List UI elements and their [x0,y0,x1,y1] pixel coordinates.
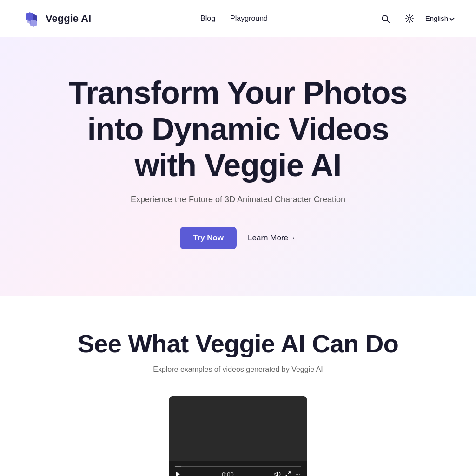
try-now-button[interactable]: Try Now [180,227,237,249]
video-time: 0:00 [187,471,269,476]
logo-icon [22,9,41,28]
svg-line-9 [406,20,407,21]
language-selector-button[interactable]: English [425,14,454,22]
svg-point-16 [298,474,298,475]
search-icon [381,14,390,23]
svg-line-10 [412,15,413,16]
demo-section: See What Veggie AI Can Do Explore exampl… [0,296,476,476]
svg-line-1 [387,20,390,22]
logo[interactable]: Veggie AI [22,9,91,28]
hero-subtitle: Experience the Future of 3D Animated Cha… [131,195,345,205]
nav-playground[interactable]: Playground [230,14,268,23]
svg-point-15 [296,474,297,475]
hero-buttons: Try Now Learn More→ [180,227,296,249]
theme-toggle-button[interactable] [401,10,418,27]
navbar-right: English [377,10,454,27]
video-progress-bar[interactable] [175,466,301,467]
svg-line-13 [288,472,290,474]
video-right-controls [274,471,301,476]
language-label: English [425,14,448,22]
video-controls: 0:00 [169,461,307,476]
navbar: Veggie AI Blog Playground [0,0,476,37]
search-button[interactable] [377,10,394,27]
fullscreen-icon [284,471,291,476]
learn-more-button[interactable]: Learn More→ [248,233,296,243]
navbar-center: Blog Playground [200,14,268,23]
sun-icon [405,14,414,23]
svg-line-7 [406,15,407,16]
chevron-down-icon [449,15,454,20]
play-icon [175,471,181,476]
volume-icon [274,471,281,476]
more-icon [295,471,301,476]
video-controls-row: 0:00 [175,471,301,476]
hero-section: Transform Your Photos into Dynamic Video… [0,37,476,296]
svg-marker-11 [176,472,180,476]
demo-title: See What Veggie AI Can Do [22,329,454,358]
svg-point-17 [299,474,300,475]
video-play-button[interactable] [175,471,181,476]
hero-title: Transform Your Photos into Dynamic Video… [64,74,412,184]
video-more-button[interactable] [295,471,301,476]
video-progress-fill [175,466,181,467]
svg-line-8 [412,20,413,21]
svg-point-2 [408,17,411,20]
nav-blog[interactable]: Blog [200,14,215,23]
logo-text: Veggie AI [46,13,91,25]
video-fullscreen-button[interactable] [284,471,291,476]
video-container: 0:00 [169,396,307,476]
demo-subtitle: Explore examples of videos generated by … [22,365,454,374]
svg-marker-12 [275,472,277,476]
video-volume-button[interactable] [274,471,281,476]
video-display [169,396,307,461]
